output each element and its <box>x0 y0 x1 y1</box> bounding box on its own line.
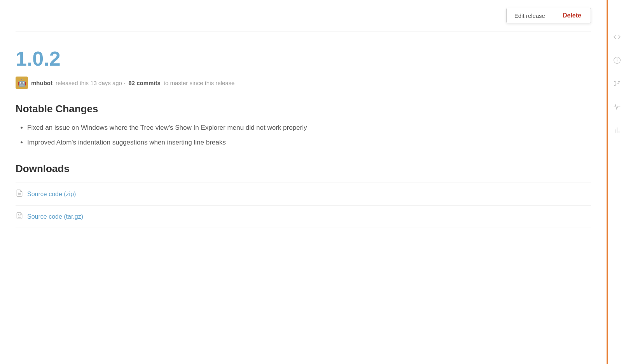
file-icon-2 <box>16 212 23 221</box>
avatar: 🤖 <box>16 77 28 89</box>
info-icon[interactable] <box>611 54 623 66</box>
pulse-icon[interactable] <box>611 101 623 113</box>
merge-icon[interactable] <box>611 78 623 89</box>
download-targz-label: Source code <box>27 213 62 220</box>
download-targz-suffix: (tar.gz) <box>62 213 83 220</box>
right-sidebar <box>607 0 626 364</box>
download-zip-label: Source code <box>27 191 62 197</box>
download-targz[interactable]: Source code (tar.gz) <box>16 205 591 228</box>
download-zip-link[interactable]: Source code (zip) <box>27 191 76 198</box>
list-item: Improved Atom's indentation suggestions … <box>27 138 591 148</box>
download-zip-suffix: (zip) <box>62 191 76 197</box>
notable-changes-title: Notable Changes <box>16 103 591 115</box>
commits-count[interactable]: 82 commits <box>128 80 161 86</box>
action-buttons-group: Edit release Delete <box>506 8 591 23</box>
delete-button[interactable]: Delete <box>553 8 591 23</box>
download-zip[interactable]: Source code (zip) <box>16 183 591 205</box>
edit-release-button[interactable]: Edit release <box>507 8 553 23</box>
meta-text: released this 13 days ago · <box>56 80 125 86</box>
file-icon <box>16 189 23 199</box>
stats-icon[interactable] <box>611 124 623 136</box>
downloads-title: Downloads <box>16 163 591 175</box>
list-item: Fixed an issue on Windows where the Tree… <box>27 123 591 133</box>
download-targz-link[interactable]: Source code (tar.gz) <box>27 213 83 220</box>
downloads-section: Downloads Source code (zip) <box>16 163 591 228</box>
release-meta: 🤖 mhubot released this 13 days ago · 82 … <box>16 77 591 89</box>
svg-point-8 <box>614 85 616 86</box>
svg-point-7 <box>614 81 616 82</box>
commits-suffix: to master since this release <box>164 80 235 86</box>
code-icon[interactable] <box>611 31 623 43</box>
username[interactable]: mhubot <box>31 80 52 86</box>
release-version: 1.0.2 <box>16 47 591 70</box>
svg-point-9 <box>618 81 619 82</box>
changes-list: Fixed an issue on Windows where the Tree… <box>16 123 591 147</box>
action-bar: Edit release Delete <box>16 0 591 31</box>
